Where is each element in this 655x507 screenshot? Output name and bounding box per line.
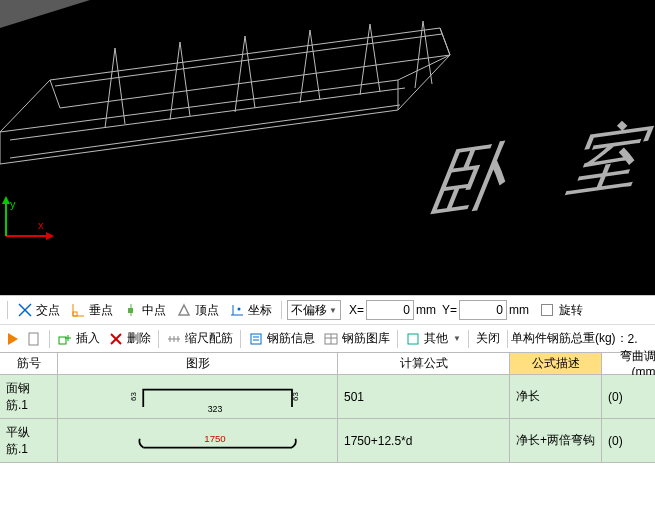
snap-toolbar: 交点 垂点 中点 顶点 坐标 不偏移 ▼ X= mm Y= mm 旋转 <box>0 295 655 325</box>
ucs-x-label: x <box>38 219 44 231</box>
table-cell-shape[interactable]: 63 63 323 <box>58 375 338 419</box>
insert-button[interactable]: 插入 <box>53 328 104 349</box>
rebar-lib-label: 钢筋图库 <box>342 330 390 347</box>
snap-midpoint-label: 中点 <box>142 302 166 319</box>
table-cell-formula[interactable]: 501 <box>338 375 510 419</box>
insert-label: 插入 <box>76 330 100 347</box>
close-label: 关闭 <box>476 330 500 347</box>
svg-marker-12 <box>46 232 54 240</box>
rebar-cage-drawing <box>0 0 460 210</box>
separator <box>507 330 508 348</box>
rotate-label: 旋转 <box>559 302 583 319</box>
svg-rect-26 <box>29 333 38 345</box>
ucs-axes: x y <box>0 196 60 256</box>
table-cell-formula[interactable]: 1750+12.5*d <box>338 419 510 463</box>
midpoint-icon <box>123 302 139 318</box>
coord-x-label: X= <box>349 303 364 317</box>
svg-rect-36 <box>251 334 261 344</box>
col-formula-header[interactable]: 计算公式 <box>338 353 510 375</box>
svg-point-25 <box>238 308 241 311</box>
ucs-y-label: y <box>10 198 16 210</box>
table-cell-desc[interactable]: 净长 <box>510 375 602 419</box>
rotate-checkbox[interactable] <box>541 304 553 316</box>
chevron-down-icon: ▼ <box>453 334 461 343</box>
svg-text:63: 63 <box>129 392 138 401</box>
col-desc-header[interactable]: 公式描述 <box>510 353 602 375</box>
lib-icon <box>323 331 339 347</box>
col-num-header[interactable]: 筋号 <box>0 353 58 375</box>
total-weight-value: 2. <box>628 332 638 346</box>
separator <box>7 301 8 319</box>
snap-vertex-label: 顶点 <box>195 302 219 319</box>
offset-mode-dropdown[interactable]: 不偏移 ▼ <box>287 300 341 320</box>
snap-coord-button[interactable]: 坐标 <box>225 300 276 321</box>
total-weight-label: 单构件钢筋总重(kg)： <box>511 330 628 347</box>
separator <box>158 330 159 348</box>
rebar-lib-button[interactable]: 钢筋图库 <box>319 328 394 349</box>
snap-coord-label: 坐标 <box>248 302 272 319</box>
coord-y-unit: mm <box>509 303 529 317</box>
action-toolbar: 插入 删除 缩尺配筋 钢筋信息 钢筋图库 其他 ▼ 关闭 单构 <box>0 325 655 353</box>
other-label: 其他 <box>424 330 448 347</box>
corner-shape <box>0 0 90 30</box>
scale-button[interactable]: 缩尺配筋 <box>162 328 237 349</box>
snap-intersect-button[interactable]: 交点 <box>13 300 64 321</box>
other-icon <box>405 331 421 347</box>
col-shape-header[interactable]: 图形 <box>58 353 338 375</box>
svg-marker-22 <box>179 305 189 315</box>
empty-area <box>0 463 655 507</box>
other-button[interactable]: 其他 ▼ <box>401 328 465 349</box>
insert-icon <box>57 331 73 347</box>
chevron-down-icon: ▼ <box>329 306 337 315</box>
table-cell-bend[interactable]: (0) <box>602 419 655 463</box>
table-cell-desc[interactable]: 净长+两倍弯钩 <box>510 419 602 463</box>
scale-icon <box>166 331 182 347</box>
close-button[interactable]: 关闭 <box>472 328 504 349</box>
table-cell-num[interactable]: 平纵筋.1 <box>0 419 58 463</box>
separator <box>281 301 282 319</box>
svg-text:323: 323 <box>208 404 223 414</box>
coord-x-unit: mm <box>416 303 436 317</box>
rebar-info-button[interactable]: 钢筋信息 <box>244 328 319 349</box>
snap-intersect-label: 交点 <box>36 302 60 319</box>
snap-midpoint-button[interactable]: 中点 <box>119 300 170 321</box>
intersect-icon <box>17 302 33 318</box>
delete-button[interactable]: 删除 <box>104 328 155 349</box>
scale-label: 缩尺配筋 <box>185 330 233 347</box>
delete-label: 删除 <box>127 330 151 347</box>
svg-marker-10 <box>0 0 90 28</box>
snap-perp-button[interactable]: 垂点 <box>66 300 117 321</box>
separator <box>397 330 398 348</box>
viewport-3d[interactable]: x y 卧 室 <box>0 0 655 295</box>
separator <box>49 330 50 348</box>
svg-text:1750: 1750 <box>204 433 225 444</box>
col-bend-header[interactable]: 弯曲调整(mm <box>602 353 655 375</box>
rebar-shape-u-icon: 63 63 323 <box>64 379 331 414</box>
svg-rect-19 <box>73 312 77 316</box>
svg-rect-42 <box>408 334 418 344</box>
snap-vertex-button[interactable]: 顶点 <box>172 300 223 321</box>
table-cell-bend[interactable]: (0) <box>602 375 655 419</box>
coord-x-input[interactable] <box>366 300 414 320</box>
table-cell-num[interactable]: 面钢筋.1 <box>0 375 58 419</box>
coord-y-label: Y= <box>442 303 457 317</box>
coord-icon <box>229 302 245 318</box>
perp-icon <box>70 302 86 318</box>
info-icon <box>248 331 264 347</box>
snap-perp-label: 垂点 <box>89 302 113 319</box>
vertex-icon <box>176 302 192 318</box>
table-cell-shape[interactable]: 1750 <box>58 419 338 463</box>
svg-marker-14 <box>2 196 10 204</box>
rebar-table: 筋号 图形 计算公式 公式描述 弯曲调整(mm 面钢筋.1 63 63 323 … <box>0 353 655 463</box>
clear-button[interactable] <box>22 329 46 349</box>
run-button[interactable] <box>4 331 22 347</box>
svg-line-8 <box>10 105 400 158</box>
svg-line-1 <box>50 80 60 108</box>
separator <box>468 330 469 348</box>
svg-line-3 <box>440 28 450 55</box>
coord-y-input[interactable] <box>459 300 507 320</box>
rebar-shape-line-icon: 1750 <box>64 423 331 458</box>
svg-line-2 <box>60 55 450 108</box>
play-icon <box>8 333 18 345</box>
svg-line-7 <box>10 88 405 140</box>
